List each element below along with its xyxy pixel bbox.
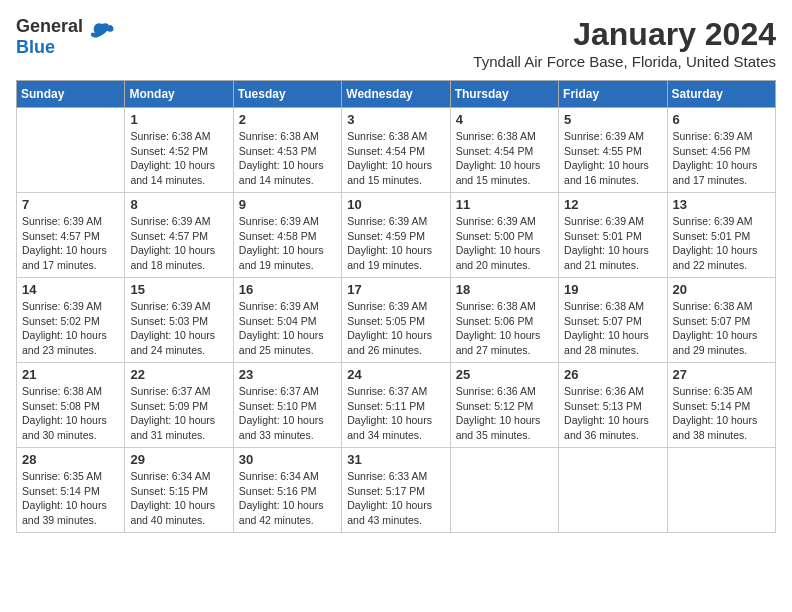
title-area: January 2024 Tyndall Air Force Base, Flo… (473, 16, 776, 70)
cell-date: 3 (347, 112, 444, 127)
cell-info: Sunrise: 6:38 AM Sunset: 4:54 PM Dayligh… (347, 129, 444, 188)
calendar-cell: 14Sunrise: 6:39 AM Sunset: 5:02 PM Dayli… (17, 278, 125, 363)
calendar-cell: 22Sunrise: 6:37 AM Sunset: 5:09 PM Dayli… (125, 363, 233, 448)
week-row-5: 28Sunrise: 6:35 AM Sunset: 5:14 PM Dayli… (17, 448, 776, 533)
header-day-tuesday: Tuesday (233, 81, 341, 108)
header-day-monday: Monday (125, 81, 233, 108)
header-day-sunday: Sunday (17, 81, 125, 108)
calendar-table: SundayMondayTuesdayWednesdayThursdayFrid… (16, 80, 776, 533)
week-row-4: 21Sunrise: 6:38 AM Sunset: 5:08 PM Dayli… (17, 363, 776, 448)
calendar-cell: 8Sunrise: 6:39 AM Sunset: 4:57 PM Daylig… (125, 193, 233, 278)
cell-info: Sunrise: 6:39 AM Sunset: 5:00 PM Dayligh… (456, 214, 553, 273)
cell-date: 19 (564, 282, 661, 297)
header-row: SundayMondayTuesdayWednesdayThursdayFrid… (17, 81, 776, 108)
cell-date: 15 (130, 282, 227, 297)
cell-date: 23 (239, 367, 336, 382)
calendar-cell: 23Sunrise: 6:37 AM Sunset: 5:10 PM Dayli… (233, 363, 341, 448)
cell-date: 24 (347, 367, 444, 382)
cell-date: 25 (456, 367, 553, 382)
calendar-cell: 31Sunrise: 6:33 AM Sunset: 5:17 PM Dayli… (342, 448, 450, 533)
cell-date: 4 (456, 112, 553, 127)
cell-info: Sunrise: 6:38 AM Sunset: 4:54 PM Dayligh… (456, 129, 553, 188)
cell-date: 14 (22, 282, 119, 297)
location-title: Tyndall Air Force Base, Florida, United … (473, 53, 776, 70)
cell-info: Sunrise: 6:37 AM Sunset: 5:11 PM Dayligh… (347, 384, 444, 443)
cell-info: Sunrise: 6:39 AM Sunset: 5:01 PM Dayligh… (564, 214, 661, 273)
cell-info: Sunrise: 6:36 AM Sunset: 5:13 PM Dayligh… (564, 384, 661, 443)
cell-date: 22 (130, 367, 227, 382)
cell-info: Sunrise: 6:38 AM Sunset: 4:53 PM Dayligh… (239, 129, 336, 188)
cell-info: Sunrise: 6:39 AM Sunset: 4:55 PM Dayligh… (564, 129, 661, 188)
calendar-cell: 19Sunrise: 6:38 AM Sunset: 5:07 PM Dayli… (559, 278, 667, 363)
calendar-cell: 5Sunrise: 6:39 AM Sunset: 4:55 PM Daylig… (559, 108, 667, 193)
calendar-cell: 13Sunrise: 6:39 AM Sunset: 5:01 PM Dayli… (667, 193, 775, 278)
calendar-cell: 21Sunrise: 6:38 AM Sunset: 5:08 PM Dayli… (17, 363, 125, 448)
cell-info: Sunrise: 6:39 AM Sunset: 5:04 PM Dayligh… (239, 299, 336, 358)
calendar-cell: 20Sunrise: 6:38 AM Sunset: 5:07 PM Dayli… (667, 278, 775, 363)
calendar-cell: 29Sunrise: 6:34 AM Sunset: 5:15 PM Dayli… (125, 448, 233, 533)
cell-info: Sunrise: 6:39 AM Sunset: 4:56 PM Dayligh… (673, 129, 770, 188)
calendar-cell: 18Sunrise: 6:38 AM Sunset: 5:06 PM Dayli… (450, 278, 558, 363)
calendar-cell: 3Sunrise: 6:38 AM Sunset: 4:54 PM Daylig… (342, 108, 450, 193)
cell-date: 16 (239, 282, 336, 297)
cell-info: Sunrise: 6:39 AM Sunset: 4:59 PM Dayligh… (347, 214, 444, 273)
cell-date: 17 (347, 282, 444, 297)
cell-info: Sunrise: 6:38 AM Sunset: 5:07 PM Dayligh… (673, 299, 770, 358)
cell-date: 12 (564, 197, 661, 212)
cell-date: 5 (564, 112, 661, 127)
header-day-saturday: Saturday (667, 81, 775, 108)
logo-general: General (16, 16, 83, 36)
calendar-cell (667, 448, 775, 533)
cell-date: 21 (22, 367, 119, 382)
cell-info: Sunrise: 6:37 AM Sunset: 5:10 PM Dayligh… (239, 384, 336, 443)
cell-info: Sunrise: 6:37 AM Sunset: 5:09 PM Dayligh… (130, 384, 227, 443)
calendar-cell: 12Sunrise: 6:39 AM Sunset: 5:01 PM Dayli… (559, 193, 667, 278)
header-day-thursday: Thursday (450, 81, 558, 108)
cell-info: Sunrise: 6:38 AM Sunset: 5:08 PM Dayligh… (22, 384, 119, 443)
header-day-friday: Friday (559, 81, 667, 108)
cell-info: Sunrise: 6:34 AM Sunset: 5:15 PM Dayligh… (130, 469, 227, 528)
cell-info: Sunrise: 6:39 AM Sunset: 5:05 PM Dayligh… (347, 299, 444, 358)
cell-date: 20 (673, 282, 770, 297)
cell-date: 29 (130, 452, 227, 467)
calendar-cell (559, 448, 667, 533)
week-row-2: 7Sunrise: 6:39 AM Sunset: 4:57 PM Daylig… (17, 193, 776, 278)
month-title: January 2024 (473, 16, 776, 53)
week-row-1: 1Sunrise: 6:38 AM Sunset: 4:52 PM Daylig… (17, 108, 776, 193)
cell-info: Sunrise: 6:39 AM Sunset: 5:01 PM Dayligh… (673, 214, 770, 273)
calendar-cell: 27Sunrise: 6:35 AM Sunset: 5:14 PM Dayli… (667, 363, 775, 448)
week-row-3: 14Sunrise: 6:39 AM Sunset: 5:02 PM Dayli… (17, 278, 776, 363)
cell-info: Sunrise: 6:36 AM Sunset: 5:12 PM Dayligh… (456, 384, 553, 443)
cell-date: 9 (239, 197, 336, 212)
cell-date: 27 (673, 367, 770, 382)
calendar-cell: 6Sunrise: 6:39 AM Sunset: 4:56 PM Daylig… (667, 108, 775, 193)
cell-info: Sunrise: 6:39 AM Sunset: 5:03 PM Dayligh… (130, 299, 227, 358)
calendar-cell: 17Sunrise: 6:39 AM Sunset: 5:05 PM Dayli… (342, 278, 450, 363)
calendar-cell: 16Sunrise: 6:39 AM Sunset: 5:04 PM Dayli… (233, 278, 341, 363)
cell-info: Sunrise: 6:35 AM Sunset: 5:14 PM Dayligh… (22, 469, 119, 528)
calendar-cell: 4Sunrise: 6:38 AM Sunset: 4:54 PM Daylig… (450, 108, 558, 193)
cell-info: Sunrise: 6:38 AM Sunset: 5:06 PM Dayligh… (456, 299, 553, 358)
calendar-cell: 24Sunrise: 6:37 AM Sunset: 5:11 PM Dayli… (342, 363, 450, 448)
calendar-cell: 7Sunrise: 6:39 AM Sunset: 4:57 PM Daylig… (17, 193, 125, 278)
calendar-cell: 9Sunrise: 6:39 AM Sunset: 4:58 PM Daylig… (233, 193, 341, 278)
calendar-cell: 30Sunrise: 6:34 AM Sunset: 5:16 PM Dayli… (233, 448, 341, 533)
cell-info: Sunrise: 6:38 AM Sunset: 4:52 PM Dayligh… (130, 129, 227, 188)
cell-info: Sunrise: 6:39 AM Sunset: 4:58 PM Dayligh… (239, 214, 336, 273)
cell-date: 8 (130, 197, 227, 212)
calendar-cell: 11Sunrise: 6:39 AM Sunset: 5:00 PM Dayli… (450, 193, 558, 278)
calendar-cell: 26Sunrise: 6:36 AM Sunset: 5:13 PM Dayli… (559, 363, 667, 448)
cell-date: 31 (347, 452, 444, 467)
cell-info: Sunrise: 6:38 AM Sunset: 5:07 PM Dayligh… (564, 299, 661, 358)
calendar-cell (450, 448, 558, 533)
cell-info: Sunrise: 6:39 AM Sunset: 4:57 PM Dayligh… (130, 214, 227, 273)
cell-info: Sunrise: 6:35 AM Sunset: 5:14 PM Dayligh… (673, 384, 770, 443)
calendar-cell: 25Sunrise: 6:36 AM Sunset: 5:12 PM Dayli… (450, 363, 558, 448)
cell-date: 1 (130, 112, 227, 127)
cell-date: 11 (456, 197, 553, 212)
cell-date: 18 (456, 282, 553, 297)
header: General Blue January 2024 Tyndall Air Fo… (16, 16, 776, 70)
calendar-cell: 28Sunrise: 6:35 AM Sunset: 5:14 PM Dayli… (17, 448, 125, 533)
calendar-cell: 1Sunrise: 6:38 AM Sunset: 4:52 PM Daylig… (125, 108, 233, 193)
cell-info: Sunrise: 6:34 AM Sunset: 5:16 PM Dayligh… (239, 469, 336, 528)
